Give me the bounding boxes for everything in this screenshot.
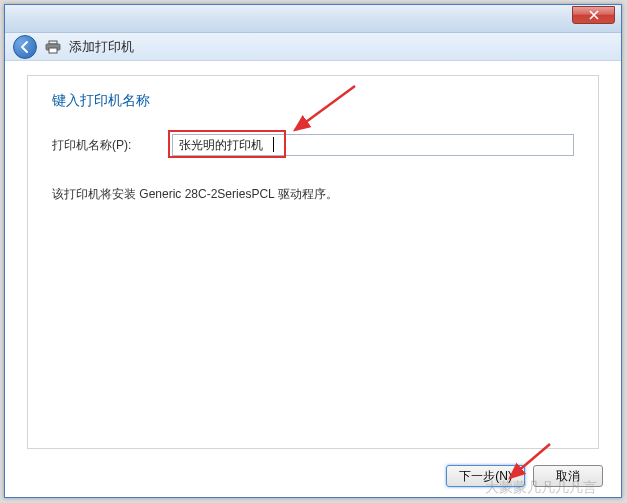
text-caret [273, 137, 274, 152]
printer-name-label: 打印机名称(P): [52, 137, 172, 154]
driver-info-text: 该打印机将安装 Generic 28C-2SeriesPCL 驱动程序。 [52, 186, 574, 203]
close-button[interactable] [572, 6, 615, 24]
dialog-footer: 下一步(N) 取消 [5, 455, 621, 497]
svg-rect-0 [49, 41, 57, 44]
dialog-window: 添加打印机 键入打印机名称 打印机名称(P): 该打印机将安装 Generic … [4, 4, 622, 498]
svg-point-3 [57, 45, 59, 47]
cancel-button[interactable]: 取消 [533, 465, 603, 487]
back-arrow-icon [18, 40, 32, 54]
next-button[interactable]: 下一步(N) [446, 465, 525, 487]
printer-icon [45, 40, 61, 54]
svg-rect-2 [49, 48, 57, 53]
nav-title: 添加打印机 [69, 38, 134, 56]
titlebar [5, 5, 621, 33]
printer-name-row: 打印机名称(P): [52, 134, 574, 156]
content-panel: 键入打印机名称 打印机名称(P): 该打印机将安装 Generic 28C-2S… [27, 75, 599, 449]
page-heading: 键入打印机名称 [52, 92, 574, 110]
back-button[interactable] [13, 35, 37, 59]
printer-name-input-wrap [172, 134, 574, 156]
close-icon [589, 10, 599, 20]
printer-name-input[interactable] [172, 134, 574, 156]
nav-row: 添加打印机 [5, 33, 621, 61]
